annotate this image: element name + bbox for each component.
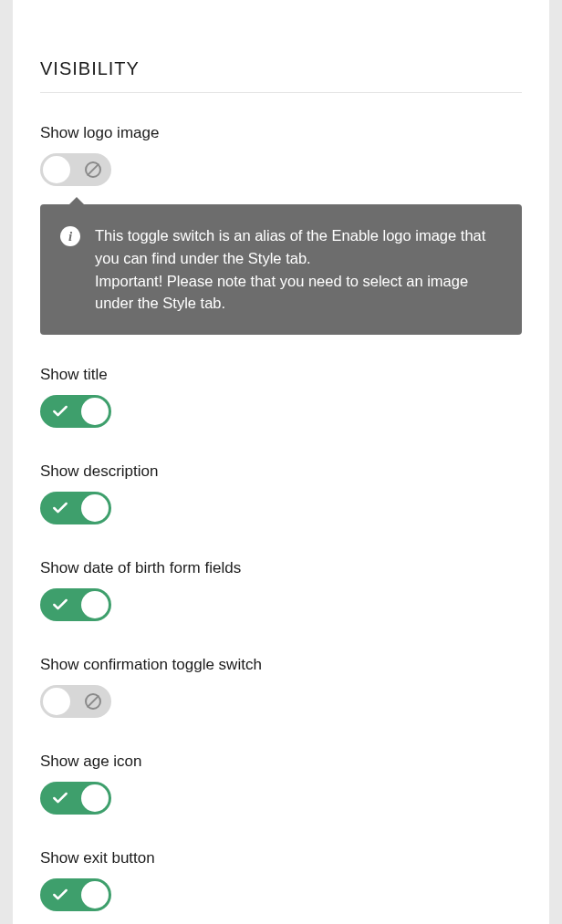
toggle-knob <box>81 784 109 812</box>
check-icon <box>51 596 69 614</box>
field-show-description: Show description <box>40 462 522 528</box>
check-icon <box>51 886 69 904</box>
field-show-age-icon: Show age icon <box>40 753 522 818</box>
toggle-show-description[interactable] <box>40 492 111 524</box>
label-show-description: Show description <box>40 462 522 481</box>
label-show-age-icon: Show age icon <box>40 753 522 771</box>
toggle-knob <box>43 688 70 715</box>
toggle-show-age-icon[interactable] <box>40 782 111 815</box>
tooltip-line1: This toggle switch is an alias of the En… <box>95 224 498 270</box>
label-show-title: Show title <box>40 366 522 384</box>
settings-panel: VISIBILITY Show logo image i This toggle… <box>13 0 549 924</box>
toggle-show-title[interactable] <box>40 395 111 428</box>
label-show-exit: Show exit button <box>40 849 522 867</box>
toggle-show-confirmation[interactable] <box>40 685 111 718</box>
toggle-knob <box>43 156 70 183</box>
toggle-show-logo[interactable] <box>40 153 111 186</box>
label-show-confirmation: Show confirmation toggle switch <box>40 656 522 674</box>
field-show-logo: Show logo image i This toggle switch is … <box>40 124 522 335</box>
toggle-show-exit[interactable] <box>40 878 111 911</box>
field-show-exit: Show exit button <box>40 849 522 915</box>
label-show-dob: Show date of birth form fields <box>40 559 522 577</box>
field-show-confirmation: Show confirmation toggle switch <box>40 656 522 722</box>
section-title-visibility: VISIBILITY <box>40 0 522 93</box>
toggle-show-dob[interactable] <box>40 588 111 621</box>
toggle-knob <box>81 494 109 522</box>
check-icon <box>51 402 69 420</box>
prohibit-icon <box>84 161 102 179</box>
prohibit-icon <box>84 692 102 711</box>
tooltip-arrow <box>69 197 84 204</box>
toggle-knob <box>81 591 109 618</box>
check-icon <box>51 789 69 807</box>
tooltip-text: This toggle switch is an alias of the En… <box>95 224 498 315</box>
toggle-knob <box>81 881 109 908</box>
tooltip-line2: Important! Please note that you need to … <box>95 270 498 316</box>
toggle-knob <box>81 398 109 425</box>
tooltip-show-logo: i This toggle switch is an alias of the … <box>40 204 522 335</box>
info-icon: i <box>60 226 80 246</box>
field-show-dob: Show date of birth form fields <box>40 559 522 625</box>
check-icon <box>51 499 69 517</box>
field-show-title: Show title <box>40 366 522 431</box>
tooltip-body: i This toggle switch is an alias of the … <box>40 204 522 335</box>
label-show-logo: Show logo image <box>40 124 522 142</box>
